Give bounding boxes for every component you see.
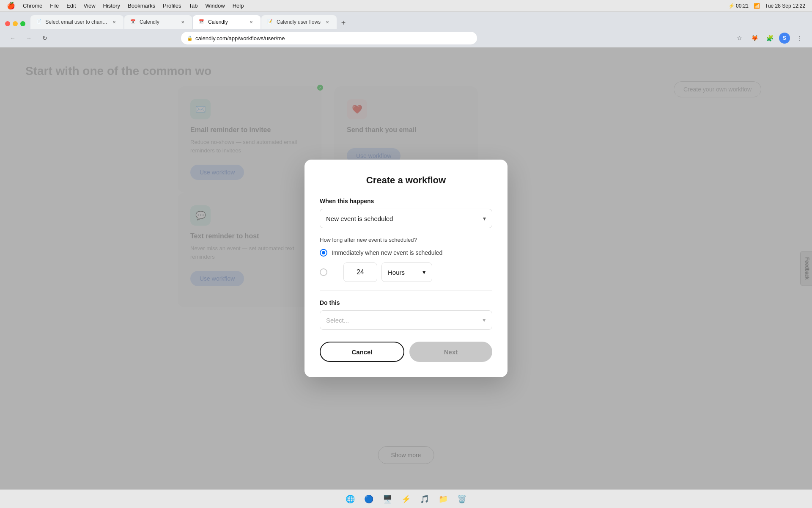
window-close-btn[interactable] [5,21,10,26]
time-unit-dropdown[interactable]: Hours ▾ [381,262,432,282]
tab-1-close[interactable]: ✕ [111,19,118,25]
do-this-arrow-icon: ▾ [483,316,486,324]
tab-2-favicon: 📅 [130,19,136,25]
dock-chrome-icon[interactable]: 🔵 [362,492,376,506]
menu-chrome[interactable]: Chrome [23,3,42,9]
time-row: Hours ▾ [343,262,432,282]
modal-title: Create a workflow [320,175,492,186]
dock-folder-icon[interactable]: 📁 [436,492,450,506]
browser-tab-1[interactable]: 📄 Select email user to change | ✕ [30,15,123,29]
tab-1-favicon: 📄 [36,19,42,25]
tab-3-favicon: 📅 [199,19,205,25]
dock-terminal-icon[interactable]: 🖥️ [381,492,394,506]
address-bar[interactable]: 🔒 calendly.com/app/workflows/user/me [181,32,477,44]
menu-file[interactable]: File [50,3,59,9]
tab-4-close[interactable]: ✕ [324,19,331,25]
do-this-dropdown[interactable]: Select... ▾ [320,310,492,330]
macos-dock: 🌐 🔵 🖥️ ⚡ 🎵 📁 🗑️ [0,489,812,508]
menu-help[interactable]: Help [233,3,244,9]
browser-addressbar: ← → ↻ 🔒 calendly.com/app/workflows/user/… [0,29,812,47]
tab-3-close[interactable]: ✕ [248,19,255,25]
when-section-label: When this happens [320,198,492,204]
browser-menu-button[interactable]: ⋮ [793,32,805,44]
time-unit-value: Hours [388,269,405,276]
next-button[interactable]: Next [409,342,492,362]
forward-button[interactable]: → [23,32,35,44]
extension-fox-button[interactable]: 🦊 [749,32,760,44]
create-workflow-modal: Create a workflow When this happens New … [304,160,508,377]
window-maximize-btn[interactable] [20,21,25,26]
menu-view[interactable]: View [84,3,96,9]
time-unit-arrow-icon: ▾ [422,268,426,276]
radio-immediately-label: Immediately when new event is scheduled [332,249,442,256]
radio-delay-circle [320,268,327,276]
browser-toolbar-right: ☆ 🦊 🧩 S ⋮ [733,32,805,44]
dock-lightning-icon[interactable]: ⚡ [399,492,413,506]
do-this-label: Do this [320,299,492,306]
wifi-icon: 📶 [754,3,760,9]
back-button[interactable]: ← [7,32,19,44]
when-dropdown-arrow-icon: ▾ [483,215,486,222]
menu-bookmarks[interactable]: Bookmarks [128,3,155,9]
modal-overlay: Create a workflow When this happens New … [0,47,812,489]
tab-4-title: Calendly user flows [277,19,321,25]
how-long-label: How long after new event is scheduled? [320,237,492,243]
modal-button-row: Cancel Next [320,342,492,362]
window-minimize-btn[interactable] [13,21,18,26]
menu-history[interactable]: History [103,3,120,9]
radio-delay[interactable]: Hours ▾ [320,262,492,282]
modal-divider [320,290,492,291]
dock-finder-icon[interactable]: 🌐 [343,492,357,506]
do-this-placeholder: Select... [326,317,349,324]
dock-trash-icon[interactable]: 🗑️ [455,492,469,506]
menu-profiles[interactable]: Profiles [163,3,181,9]
battery-status: ⚡ 00:21 [728,3,749,9]
when-dropdown[interactable]: New event is scheduled ▾ [320,209,492,228]
macos-menu-right: ⚡ 00:21 📶 Tue 28 Sep 12:22 [728,3,805,9]
browser-tab-2[interactable]: 📅 Calendly ✕ [124,15,192,29]
menu-edit[interactable]: Edit [66,3,76,9]
radio-immediately[interactable]: Immediately when new event is scheduled [320,249,492,257]
browser-tabs-row: 📄 Select email user to change | ✕ 📅 Cale… [0,12,812,29]
when-dropdown-value: New event is scheduled [326,215,393,222]
reload-button[interactable]: ↻ [39,32,51,44]
tab-4-favicon: 📝 [267,19,273,25]
time-value-input[interactable] [343,262,377,282]
cancel-button[interactable]: Cancel [320,342,404,362]
browser-tab-4[interactable]: 📝 Calendly user flows ✕ [261,15,337,29]
tab-3-title: Calendly [208,19,228,25]
browser-tab-3[interactable]: 📅 Calendly ✕ [193,15,261,29]
tab-2-title: Calendly [140,19,159,25]
lock-icon: 🔒 [187,36,193,41]
timing-radio-group: Immediately when new event is scheduled … [320,249,492,282]
apple-logo-icon: 🍎 [7,2,15,10]
profile-avatar-button[interactable]: S [779,33,790,44]
tab-2-close[interactable]: ✕ [179,19,186,25]
extension-puzzle-button[interactable]: 🧩 [764,32,776,44]
page-content-area: Start with one of the common wo Create y… [0,47,812,489]
dock-music-icon[interactable]: 🎵 [418,492,431,506]
new-tab-button[interactable]: + [337,17,349,29]
tab-1-title: Select email user to change | [45,19,107,25]
browser-chrome: 📄 Select email user to change | ✕ 📅 Cale… [0,12,812,47]
radio-immediately-circle [320,249,327,257]
macos-menubar: 🍎 Chrome File Edit View History Bookmark… [0,0,812,12]
clock: Tue 28 Sep 12:22 [765,3,805,9]
url-text: calendly.com/app/workflows/user/me [195,35,285,41]
bookmark-star-button[interactable]: ☆ [733,32,745,44]
menu-tab[interactable]: Tab [189,3,198,9]
menu-window[interactable]: Window [205,3,225,9]
macos-menu-left: 🍎 Chrome File Edit View History Bookmark… [7,2,244,10]
